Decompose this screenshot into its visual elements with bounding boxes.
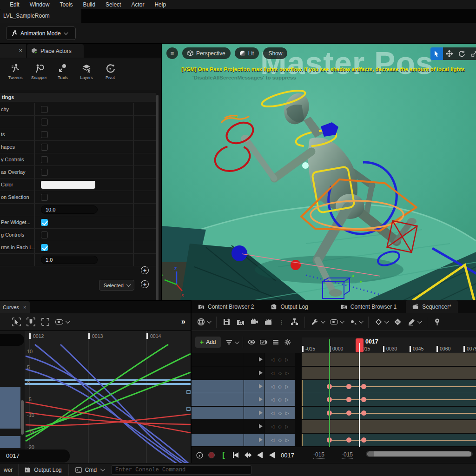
- select-keys-icon[interactable]: [12, 317, 21, 326]
- add-item-button[interactable]: +: [141, 266, 149, 274]
- sequencer-track-row[interactable]: ◁◇▷: [192, 380, 476, 393]
- selected-dropdown[interactable]: Selected: [99, 280, 134, 291]
- sequencer-track-row[interactable]: ◁◇▷: [192, 407, 476, 420]
- prev-key-icon[interactable]: ◁: [271, 357, 274, 362]
- curve-graph-area[interactable]: 001200130014 1050-5-10-15-20: [25, 331, 191, 463]
- timeline-scrollbar[interactable]: [366, 451, 473, 457]
- setting-checkbox[interactable]: [41, 244, 48, 251]
- clapper-icon[interactable]: [264, 318, 272, 326]
- animation-mode-button[interactable]: Animation Mode: [6, 26, 76, 40]
- tab-content-browser-1[interactable]: Content Browser 1: [334, 300, 403, 313]
- sequencer-track-row[interactable]: ◁◇▷: [192, 353, 476, 366]
- curve-filter-box[interactable]: [0, 334, 24, 346]
- status-output-log[interactable]: Output Log: [34, 467, 61, 473]
- setting-checkbox[interactable]: [41, 156, 48, 163]
- tab-output-log[interactable]: Output Log: [264, 300, 314, 313]
- key-navigation[interactable]: ◁◇▷: [265, 420, 295, 433]
- viewport-menu-icon[interactable]: ≡: [166, 47, 178, 59]
- go-to-front-button[interactable]: [230, 452, 242, 458]
- prev-key-icon[interactable]: ◁: [271, 424, 274, 429]
- track-name-cell[interactable]: [192, 393, 244, 406]
- menu-actor[interactable]: Actor: [126, 1, 149, 8]
- keyframe-dot[interactable]: [361, 410, 366, 416]
- track-timeline-band[interactable]: [302, 367, 476, 379]
- setting-checkbox[interactable]: [41, 219, 48, 226]
- tab-curves[interactable]: Curves ×: [0, 301, 30, 313]
- curve-visibility-dropdown[interactable]: [55, 319, 69, 324]
- keyframe-dot[interactable]: [361, 437, 366, 443]
- tab-place-actors[interactable]: Place Actors: [27, 44, 84, 58]
- move-tool[interactable]: [443, 47, 456, 60]
- track-name-cell[interactable]: [192, 420, 244, 433]
- curve-tree-scrollbar[interactable]: [21, 400, 24, 435]
- show-button[interactable]: Show: [263, 47, 287, 59]
- add-key-icon[interactable]: ◇: [278, 384, 282, 389]
- curve-current-frame[interactable]: 0017: [0, 450, 70, 463]
- track-timeline-band[interactable]: [302, 393, 476, 406]
- tab-content-browser-2[interactable]: Content Browser 2: [192, 300, 260, 313]
- keyframe-dot[interactable]: [346, 384, 351, 389]
- prev-key-icon[interactable]: ◁: [271, 370, 274, 376]
- sequencer-track-row[interactable]: ◁◇▷: [192, 367, 476, 380]
- menu-help[interactable]: Help: [149, 1, 171, 8]
- curve-pen-dropdown[interactable]: [408, 318, 421, 326]
- menu-select[interactable]: Select: [100, 1, 126, 8]
- settings-section-header[interactable]: tings: [0, 93, 156, 102]
- previous-key-button[interactable]: [242, 452, 254, 458]
- scale-tool[interactable]: [468, 47, 476, 60]
- cmd-label[interactable]: Cmd: [85, 467, 97, 473]
- tool-layers[interactable]: Layers: [77, 63, 96, 80]
- camera-icon[interactable]: [251, 318, 258, 326]
- next-key-icon[interactable]: ▷: [285, 357, 289, 362]
- add-selected-button[interactable]: +: [141, 280, 149, 288]
- sequencer-ruler[interactable]: -015000000150030004500600075 0017: [302, 337, 476, 353]
- tab-close-button[interactable]: ×: [0, 44, 26, 58]
- add-key-icon[interactable]: ◇: [278, 424, 282, 429]
- track-name-cell[interactable]: [192, 353, 244, 366]
- tool-trails[interactable]: Trails: [53, 63, 73, 80]
- keyframe-dot[interactable]: [346, 410, 351, 416]
- add-key-icon[interactable]: ◇: [278, 370, 282, 376]
- camera-lock-icon[interactable]: [260, 338, 267, 346]
- key-navigation[interactable]: ◁◇▷: [265, 407, 295, 419]
- expand-arrow-icon[interactable]: [259, 384, 263, 389]
- more-dots-icon[interactable]: ⋮: [278, 318, 284, 325]
- add-key-icon[interactable]: ◇: [278, 437, 282, 443]
- setting-number-input[interactable]: 1.0: [41, 256, 98, 264]
- setting-checkbox[interactable]: [41, 119, 48, 126]
- isolate-icon[interactable]: [248, 338, 255, 346]
- prev-key-icon[interactable]: ◁: [271, 397, 274, 402]
- setting-checkbox[interactable]: [41, 131, 48, 138]
- visibility-dropdown[interactable]: [330, 319, 343, 324]
- tool-pivot[interactable]: Pivot: [100, 63, 120, 80]
- playhead-line[interactable]: [359, 343, 360, 447]
- auto-key-icon[interactable]: [394, 318, 402, 326]
- info-icon[interactable]: [193, 452, 205, 459]
- key-navigation[interactable]: ◁◇▷: [265, 393, 295, 406]
- next-key-icon[interactable]: ▷: [285, 384, 289, 389]
- filter-dropdown[interactable]: [225, 338, 238, 346]
- setting-checkbox[interactable]: [41, 106, 48, 113]
- setting-checkbox[interactable]: [41, 144, 48, 151]
- sequencer-track-row[interactable]: ◁◇▷: [192, 420, 476, 433]
- selected-track-block[interactable]: [0, 436, 20, 448]
- track-name-cell[interactable]: [192, 407, 244, 419]
- lit-button[interactable]: Lit: [235, 47, 259, 59]
- keyframe-dot[interactable]: [361, 397, 366, 402]
- add-track-button[interactable]: +Add: [195, 337, 221, 348]
- tab-sequencer[interactable]: Sequencer*: [406, 300, 458, 313]
- content-drawer-label[interactable]: wer: [4, 467, 13, 473]
- wrench-dropdown[interactable]: [311, 318, 324, 326]
- track-timeline-band[interactable]: [302, 353, 476, 366]
- range-end-field[interactable]: -015: [342, 451, 353, 459]
- settings-scrollbar[interactable]: [156, 95, 159, 313]
- next-key-icon[interactable]: ▷: [285, 370, 289, 376]
- key-navigation[interactable]: ◁◇▷: [265, 367, 295, 379]
- prev-key-icon[interactable]: ◁: [271, 410, 274, 416]
- playback-options-dropdown[interactable]: [349, 318, 362, 326]
- console-command-input[interactable]: Enter Console Command: [111, 465, 251, 475]
- world-dropdown[interactable]: [197, 318, 210, 326]
- viewport-3d[interactable]: z * x Master Pos [VSM] One Pass Projecti…: [162, 44, 476, 300]
- keyframe-options-dropdown[interactable]: [375, 318, 388, 326]
- next-key-icon[interactable]: ▷: [285, 437, 289, 443]
